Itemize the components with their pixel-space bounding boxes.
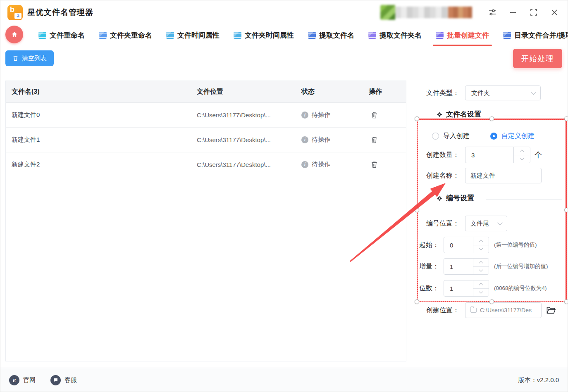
tab-batch-create[interactable]: 批量创建文件	[429, 25, 496, 46]
digits-input[interactable]: 1	[444, 280, 489, 297]
file-type-label: 文件类型：	[415, 89, 459, 97]
selection-handle	[564, 208, 568, 212]
tab-merge-extract[interactable]: 目录文件合并/提取	[496, 25, 568, 46]
spin-up-button[interactable]	[473, 237, 489, 245]
file-type-select[interactable]: 文件夹	[465, 86, 541, 100]
info-icon: i	[301, 161, 308, 168]
delete-row-button[interactable]	[366, 157, 382, 173]
spin-down-button[interactable]	[473, 289, 489, 297]
user-account-badge[interactable]	[380, 5, 472, 20]
create-location-input[interactable]: C:\Users\31177\Des	[465, 302, 542, 318]
file-rename-icon	[38, 32, 46, 39]
window-controls	[478, 6, 561, 19]
create-count-row: 创建数量： 3 个	[415, 147, 542, 163]
minimize-icon[interactable]	[507, 6, 519, 19]
number-position-select[interactable]: 文件尾	[465, 216, 507, 231]
close-icon[interactable]	[548, 6, 561, 19]
folder-time-icon	[234, 32, 241, 39]
create-count-input[interactable]: 3	[465, 147, 530, 163]
count-spinner	[513, 147, 530, 163]
start-hint: (第一位编号的值)	[494, 241, 537, 249]
extract-filename-icon	[308, 32, 316, 39]
spin-down-button[interactable]	[473, 267, 489, 275]
table-row[interactable]: 新建文件1 C:\Users\31177\Desktop\... i待操作	[6, 128, 406, 152]
count-unit: 个	[535, 150, 542, 160]
maximize-icon[interactable]	[527, 6, 540, 19]
create-name-label: 创建名称：	[415, 171, 459, 180]
create-mode-row: 导入创建 自定义创建	[432, 131, 535, 141]
customer-service-link[interactable]: 客服	[50, 375, 77, 385]
start-number-row: 起始： 0 (第一位编号的值)	[415, 237, 537, 253]
radio-custom-create[interactable]: 自定义创建	[490, 132, 535, 140]
header-filename: 文件名(3)	[12, 88, 197, 96]
section-divider	[486, 200, 562, 200]
file-table: 文件名(3) 文件位置 状态 操作 新建文件0 C:\Users\31177\D…	[5, 81, 406, 361]
delete-row-button[interactable]	[366, 107, 382, 124]
clear-list-button[interactable]: 清空列表	[5, 50, 54, 66]
header-status: 状态	[301, 88, 363, 96]
tab-file-rename[interactable]: 文件重命名	[31, 25, 92, 46]
row-filename: 新建文件0	[12, 111, 197, 119]
trash-icon	[12, 55, 19, 62]
header-operation: 操作	[363, 88, 406, 96]
radio-on-icon	[490, 133, 497, 140]
gear-icon	[436, 195, 443, 202]
table-header: 文件名(3) 文件位置 状态 操作	[6, 81, 406, 103]
row-filename: 新建文件2	[12, 161, 197, 169]
tab-folder-time[interactable]: 文件夹时间属性	[227, 25, 301, 46]
home-button[interactable]	[5, 26, 23, 43]
spin-down-button[interactable]	[514, 155, 530, 163]
spin-up-button[interactable]	[514, 147, 530, 155]
settings-sliders-icon[interactable]	[486, 6, 499, 19]
table-row[interactable]: 新建文件2 C:\Users\31177\Desktop\... i待操作	[6, 152, 406, 177]
chat-bubble-icon	[50, 375, 61, 385]
version-label: 版本：v2.2.0.0	[518, 376, 559, 384]
merge-extract-icon	[503, 32, 511, 39]
browser-icon: e	[9, 375, 19, 385]
digits-hint: (0068的编号位数为4)	[494, 285, 547, 292]
table-row[interactable]: 新建文件0 C:\Users\31177\Desktop\... i待操作	[6, 103, 406, 128]
start-spinner	[473, 237, 489, 253]
selection-handle	[564, 116, 568, 121]
official-website-link[interactable]: e 官网	[9, 375, 36, 385]
row-filename: 新建文件1	[12, 136, 197, 144]
tabs: 文件重命名 文件夹重命名 文件时间属性 文件夹时间属性 提取文件名 提取文件夹名…	[31, 25, 568, 46]
increment-input[interactable]: 1	[444, 258, 489, 275]
delete-row-button[interactable]	[366, 132, 382, 148]
create-count-label: 创建数量：	[415, 151, 459, 159]
number-position-label: 编号位置：	[415, 219, 459, 228]
trash-icon	[370, 111, 378, 119]
trash-icon	[370, 160, 378, 169]
app-window: { "app": { "title": "星优文件名管理器" }, "tabs"…	[0, 0, 568, 392]
trash-icon	[370, 135, 378, 144]
start-label: 起始：	[415, 241, 439, 249]
gear-icon	[436, 111, 443, 118]
tab-folder-rename[interactable]: 文件夹重命名	[92, 25, 159, 46]
settings-panel: 文件类型： 文件夹 文件名设置 导入创建 自定义创建 创建数量： 3 个 创	[406, 81, 568, 366]
file-time-icon	[166, 32, 174, 39]
number-position-row: 编号位置： 文件尾	[415, 216, 507, 231]
tab-extract-foldername[interactable]: 提取文件夹名	[361, 25, 429, 46]
spin-up-button[interactable]	[473, 280, 489, 289]
create-location-label: 创建位置：	[415, 306, 459, 315]
section-divider	[504, 116, 558, 116]
create-name-input[interactable]: 新建文件	[465, 168, 542, 183]
tab-extract-filename[interactable]: 提取文件名	[301, 25, 361, 46]
spin-down-button[interactable]	[473, 245, 489, 253]
start-input[interactable]: 0	[444, 237, 489, 253]
spin-up-button[interactable]	[473, 259, 489, 267]
digits-label: 位数：	[415, 284, 439, 293]
radio-import-create[interactable]: 导入创建	[432, 132, 470, 140]
extract-foldername-icon	[368, 32, 376, 39]
digits-spinner	[473, 280, 489, 296]
increment-row: 增量： 1 (后一位编号增加的值)	[415, 258, 548, 275]
row-status: 待操作	[312, 111, 330, 119]
home-icon	[10, 31, 19, 39]
browse-folder-button[interactable]	[546, 305, 556, 315]
numbering-section-header: 编号设置	[436, 193, 474, 203]
tab-file-time[interactable]: 文件时间属性	[159, 25, 227, 46]
start-process-button[interactable]: 开始处理	[513, 49, 562, 68]
selection-handle	[415, 208, 419, 212]
radio-off-icon	[432, 133, 439, 140]
app-title: 星优文件名管理器	[27, 7, 93, 18]
